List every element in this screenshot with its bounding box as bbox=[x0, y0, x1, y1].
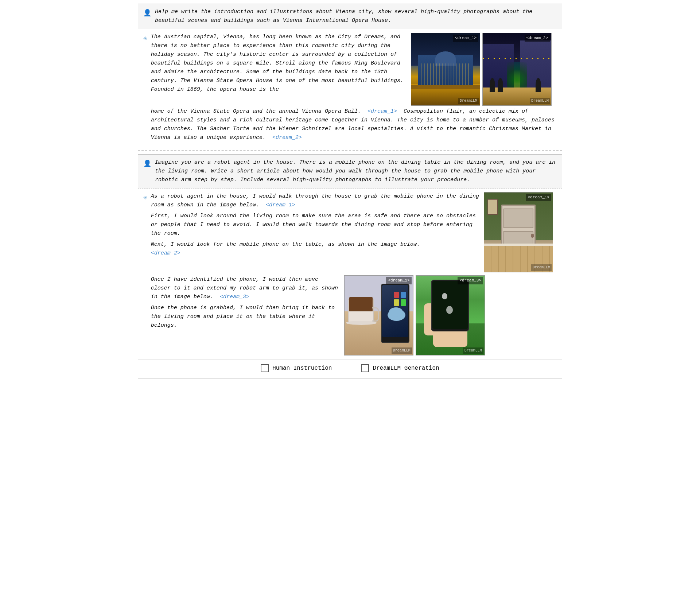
user-icon-2: 👤 bbox=[143, 159, 151, 169]
user-message-1: 👤 Help me write the introduction and ill… bbox=[138, 4, 562, 29]
robot-para3-link: <dream_2> bbox=[151, 249, 480, 258]
image-dream2-vienna: <dream_2> DreamLLM bbox=[482, 33, 552, 106]
robot-bottom-row: Once I have identified the phone, I woul… bbox=[151, 275, 557, 355]
image-dream1-vienna: <dream_1> DreamLLM bbox=[411, 33, 480, 106]
response-images-row-1: <dream_1> DreamLLM bbox=[411, 33, 557, 106]
robot-dream1-link: <dream_1> bbox=[266, 202, 295, 208]
ai-text-before-images: The Austrian capital, Vienna, has long b… bbox=[151, 34, 404, 93]
response-layout-1: The Austrian capital, Vienna, has long b… bbox=[151, 33, 557, 106]
legend-item-dreamllm: DreamLLM Generation bbox=[361, 364, 439, 373]
user-text-2: Imagine you are a robot agent in the hou… bbox=[155, 158, 557, 184]
ai-icon-1: ✳ bbox=[143, 34, 147, 44]
robot-response-layout: As a robot agent in the house, I would w… bbox=[151, 192, 557, 272]
image-dream2-phone: <dream_2> DreamLLM bbox=[344, 275, 413, 355]
robot-para3: Next, I would look for the mobile phone … bbox=[151, 240, 480, 249]
conversation-separator bbox=[138, 150, 562, 151]
dream1-label: <dream_1> bbox=[453, 35, 478, 42]
robot-bottom-text: Once I have identified the phone, I woul… bbox=[151, 275, 341, 330]
robot-bottom-images: <dream_2> DreamLLM bbox=[344, 275, 557, 355]
dream3-phone-watermark: DreamLLM bbox=[463, 347, 483, 354]
image-dream3-phone: <dream_3> DreamLLM bbox=[416, 275, 485, 355]
dream2-phone-label: <dream_2> bbox=[386, 277, 411, 284]
robot-images-right: <dream_1> DreamLLM bbox=[484, 192, 557, 272]
user-icon-1: 👤 bbox=[143, 8, 151, 19]
robot-dream3-link: <dream_3> bbox=[220, 294, 249, 300]
dream1-living-room-watermark: DreamLLM bbox=[531, 264, 552, 271]
user-text-1: Help me write the introduction and illus… bbox=[155, 8, 557, 25]
dream2-watermark: DreamLLM bbox=[530, 98, 550, 104]
dream2-inline-link: <dream_2> bbox=[272, 135, 302, 141]
ai-content-2: As a robot agent in the house, I would w… bbox=[151, 192, 557, 355]
dream2-label: <dream_2> bbox=[525, 35, 550, 42]
legend-checkbox-human bbox=[261, 364, 269, 372]
response-text-col-1: The Austrian capital, Vienna, has long b… bbox=[151, 33, 407, 94]
response-images-col-1: <dream_1> DreamLLM bbox=[411, 33, 557, 106]
conversation-block-2: 👤 Imagine you are a robot agent in the h… bbox=[138, 154, 562, 378]
dream2-phone-watermark: DreamLLM bbox=[392, 347, 412, 354]
conversation-block-1: 👤 Help me write the introduction and ill… bbox=[138, 4, 562, 146]
robot-para4: Once I have identified the phone, I woul… bbox=[151, 275, 341, 302]
legend-checkbox-dreamllm bbox=[361, 364, 369, 372]
ai-icon-2: ✳ bbox=[143, 193, 147, 203]
ai-text-continuation: home of the Vienna State Opera and the a… bbox=[151, 107, 557, 142]
user-message-2: 👤 Imagine you are a robot agent in the h… bbox=[138, 155, 562, 189]
robot-text-col: As a robot agent in the house, I would w… bbox=[151, 192, 480, 258]
dream3-phone-label: <dream_3> bbox=[458, 277, 483, 284]
ai-content-1: The Austrian capital, Vienna, has long b… bbox=[151, 33, 557, 142]
robot-para5: Once the phone is grabbed, I would then … bbox=[151, 304, 341, 330]
legend-label-dreamllm: DreamLLM Generation bbox=[373, 364, 439, 373]
dream1-watermark: DreamLLM bbox=[458, 98, 479, 104]
legend: Human Instruction DreamLLM Generation bbox=[138, 359, 562, 378]
robot-para2: First, I would look around the living ro… bbox=[151, 212, 480, 238]
ai-message-2: ✳ As a robot agent in the house, I would… bbox=[138, 189, 562, 359]
legend-label-human: Human Instruction bbox=[272, 364, 332, 373]
robot-para1: As a robot agent in the house, I would w… bbox=[151, 192, 480, 210]
dream1-inline-link: <dream_1> bbox=[368, 108, 397, 114]
dream1-living-room-label: <dream_1> bbox=[526, 194, 551, 201]
ai-message-1: ✳ The Austrian capital, Vienna, has long… bbox=[138, 29, 562, 146]
image-dream1-living-room: <dream_1> DreamLLM bbox=[484, 192, 553, 272]
legend-item-human: Human Instruction bbox=[261, 364, 332, 373]
